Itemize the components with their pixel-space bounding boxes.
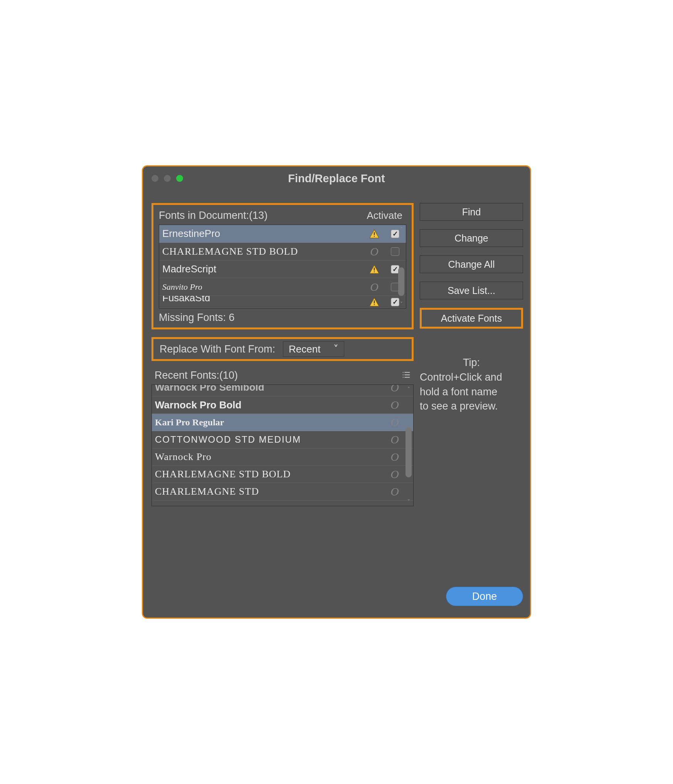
- opentype-icon: O: [383, 398, 406, 411]
- document-fonts-scrollbar[interactable]: ˄ ˅: [397, 226, 405, 307]
- warning-icon: [364, 297, 384, 307]
- opentype-icon: O: [383, 384, 406, 394]
- fonts-in-document-section: Fonts in Document:(13) Activate Ernestin…: [151, 203, 414, 329]
- opentype-icon: O: [364, 245, 384, 258]
- svg-rect-5: [374, 271, 375, 272]
- replace-with-section: Replace With Font From: Recent ˅: [151, 337, 414, 361]
- opentype-icon: O: [383, 416, 406, 429]
- font-name: CHARLEMAGNE STD BOLD: [162, 246, 364, 257]
- zoom-window-button[interactable]: [176, 175, 183, 182]
- document-fonts-list[interactable]: ErnestineProCHARLEMAGNE STD BOLDOMadreSc…: [159, 225, 406, 309]
- font-name: Warnock Pro Semibold: [155, 384, 383, 393]
- window-controls: [151, 175, 183, 182]
- font-name: CHARLEMAGNE STD: [155, 486, 383, 497]
- activate-fonts-button[interactable]: Activate Fonts: [420, 308, 523, 329]
- change-all-button[interactable]: Change All: [420, 255, 523, 273]
- font-name: COTTONWOOD STD MEDIUM: [155, 434, 383, 445]
- svg-rect-4: [374, 267, 375, 270]
- opentype-icon: O: [383, 468, 406, 481]
- close-window-button[interactable]: [151, 175, 158, 182]
- recent-font-row[interactable]: CHARLEMAGNE STD BOLDO: [152, 466, 413, 483]
- font-name: Kari Pro Regular: [155, 417, 383, 428]
- list-view-icon[interactable]: [402, 369, 411, 381]
- svg-rect-2: [374, 236, 375, 237]
- opentype-icon: O: [383, 433, 406, 446]
- opentype-icon: O: [364, 280, 384, 294]
- titlebar: Find/Replace Font: [143, 166, 530, 190]
- warning-icon: [364, 229, 384, 239]
- scroll-up-arrow-icon[interactable]: ˄: [400, 226, 403, 233]
- font-name: MadreScript: [162, 263, 364, 275]
- recent-font-row[interactable]: Kari Pro RegularO: [152, 414, 413, 431]
- change-button[interactable]: Change: [420, 229, 523, 247]
- save-list-button[interactable]: Save List...: [420, 282, 523, 299]
- recent-fonts-scrollbar[interactable]: ˄ ˅: [405, 386, 412, 505]
- font-name: Warnock Pro Bold: [155, 399, 383, 411]
- font-row[interactable]: ErnestinePro: [159, 225, 406, 243]
- recent-font-row[interactable]: Warnock Pro BoldO: [152, 396, 413, 414]
- recent-font-row[interactable]: Warnock ProO: [152, 448, 413, 466]
- fonts-in-document-label: Fonts in Document:(13): [159, 210, 367, 222]
- svg-rect-8: [374, 304, 375, 305]
- svg-rect-1: [374, 232, 375, 235]
- warning-icon: [364, 264, 384, 274]
- done-button[interactable]: Done: [446, 587, 523, 606]
- font-name: Sanvito Pro: [162, 282, 364, 292]
- opentype-icon: O: [383, 450, 406, 463]
- replace-source-dropdown[interactable]: Recent ˅: [283, 341, 344, 357]
- font-name: Warnock Pro: [155, 451, 383, 463]
- scroll-down-arrow-icon[interactable]: ˅: [407, 498, 410, 505]
- opentype-icon: O: [383, 485, 406, 498]
- replace-source-value: Recent: [289, 343, 320, 355]
- find-button[interactable]: Find: [420, 203, 523, 221]
- font-name: CHARLEMAGNE STD BOLD: [155, 468, 383, 480]
- window-title: Find/Replace Font: [143, 172, 530, 185]
- font-row[interactable]: CHARLEMAGNE STD BOLDO: [159, 243, 406, 260]
- font-row[interactable]: FusakaStd: [159, 296, 406, 308]
- missing-fonts-label: Missing Fonts: 6: [159, 312, 406, 324]
- find-replace-font-window: Find/Replace Font Fonts in Document:(13)…: [142, 165, 531, 619]
- scroll-down-arrow-icon[interactable]: ˅: [400, 301, 403, 307]
- recent-font-row[interactable]: COTTONWOOD STD MEDIUMO: [152, 431, 413, 448]
- scroll-up-arrow-icon[interactable]: ˄: [407, 386, 410, 393]
- font-name: ErnestinePro: [162, 228, 364, 240]
- tip-text: Tip: Control+Click and hold a font name …: [420, 356, 523, 414]
- replace-with-label: Replace With Font From:: [160, 343, 275, 355]
- svg-rect-7: [374, 300, 375, 303]
- chevron-down-icon: ˅: [333, 343, 338, 355]
- font-row[interactable]: MadreScript: [159, 260, 406, 278]
- recent-fonts-header: Recent Fonts:(10): [151, 369, 414, 381]
- recent-fonts-list[interactable]: Warnock Pro SemiboldOWarnock Pro BoldOKa…: [151, 384, 414, 506]
- recent-font-row[interactable]: CHARLEMAGNE STDO: [152, 483, 413, 500]
- font-row[interactable]: Sanvito ProO: [159, 278, 406, 296]
- recent-font-row[interactable]: Warnock Pro SemiboldO: [152, 385, 413, 396]
- font-name: FusakaStd: [162, 296, 364, 304]
- minimize-window-button[interactable]: [164, 175, 171, 182]
- activate-column-header: Activate: [367, 210, 403, 222]
